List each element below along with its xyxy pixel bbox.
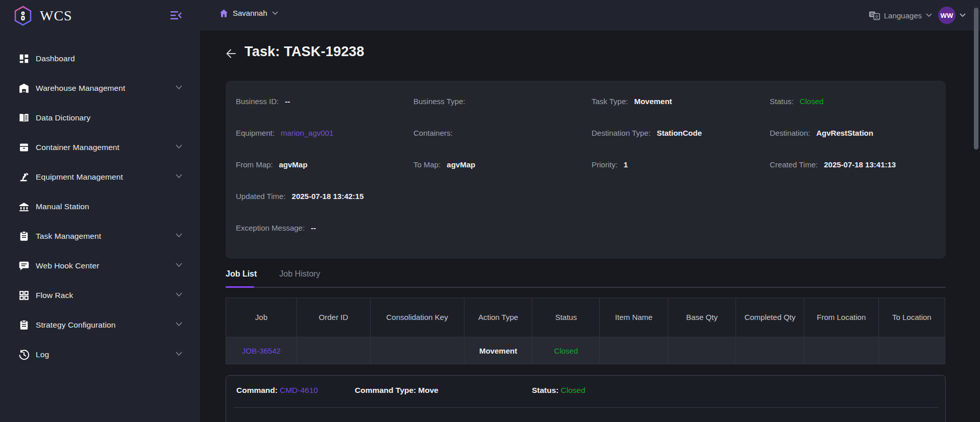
sidebar-item-warehouse-management[interactable]: Warehouse Management	[0, 73, 200, 103]
sidebar-item-strategy-configuration[interactable]: Strategy Configuration	[0, 310, 200, 340]
table-cell	[370, 337, 464, 364]
chevron-down-icon	[176, 322, 182, 327]
detail-field: Business Type:	[413, 97, 592, 106]
table-cell	[297, 337, 370, 364]
vertical-scrollbar-thumb[interactable]	[974, 8, 978, 150]
chevron-down-icon	[176, 144, 182, 149]
avatar-menu-chevron-down-icon[interactable]	[960, 13, 966, 17]
command-status-value: Closed	[561, 386, 585, 394]
command-label: Command:	[236, 386, 278, 394]
table-cell: Movement	[464, 337, 532, 364]
avatar[interactable]: WW	[938, 7, 955, 24]
sidebar-item-task-management[interactable]: Task Management	[0, 221, 200, 251]
chevron-down-icon	[176, 292, 182, 297]
history-icon	[18, 349, 30, 360]
table-cell: Closed	[532, 337, 600, 364]
sidebar-item-label: Dashboard	[36, 54, 75, 63]
sidebar-item-data-dictionary[interactable]: Data Dictionary	[0, 103, 200, 133]
sidebar-item-manual-station[interactable]: Manual Station	[0, 192, 200, 221]
back-button[interactable]	[225, 47, 238, 60]
detail-field-label: Status:	[770, 97, 794, 106]
detail-field-label: Priority:	[592, 160, 618, 169]
sidebar-item-flow-rack[interactable]: Flow Rack	[0, 281, 200, 310]
command-type-label: Command Type:	[355, 386, 416, 394]
detail-field-label: Equipment:	[236, 129, 275, 137]
book-icon	[18, 112, 30, 123]
page-title: Task: TASK-19238	[244, 44, 364, 60]
languages-button[interactable]: G 文 Languages	[869, 10, 932, 20]
chevron-down-icon	[176, 352, 182, 356]
command-panel: Command:CMD-4610 Command Type:Move Statu…	[226, 375, 946, 422]
detail-field-label: Exception Message:	[236, 224, 305, 232]
sidebar-item-label: Strategy Configuration	[36, 320, 115, 330]
column-header-consolidation-key: Consolidation Key	[370, 298, 464, 337]
detail-field-label: Destination Type:	[592, 129, 651, 137]
detail-field: From Map:agvMap	[236, 160, 413, 169]
detail-field: Equipment:marion_agv001	[236, 129, 413, 137]
sidebar-item-label: Warehouse Management	[36, 84, 125, 93]
tab-bar: Job ListJob History	[226, 267, 320, 287]
sidebar-item-container-management[interactable]: Container Management	[0, 133, 200, 162]
tab-active-indicator	[226, 286, 254, 288]
site-selector[interactable]: Savannah	[219, 9, 278, 17]
column-header-completed-qty: Completed Qty	[736, 298, 804, 337]
detail-field-value: Closed	[800, 97, 824, 106]
topbar: WCS Savannah G 文 Languages	[0, 0, 980, 31]
collapse-sidebar-icon[interactable]	[170, 11, 182, 20]
detail-field: Containers:	[413, 129, 592, 137]
detail-field-label: To Map:	[413, 160, 440, 169]
column-header-base-qty: Base Qty	[668, 298, 736, 337]
detail-field-value: AgvRestStation	[816, 129, 873, 137]
sidebar-item-label: Log	[36, 350, 49, 359]
table-cell	[878, 337, 945, 364]
detail-field: Business ID:--	[236, 97, 413, 106]
detail-field: Destination Type:StationCode	[592, 129, 770, 137]
app-logo-icon	[13, 6, 33, 26]
detail-field-value: 2025-07-18 13:41:13	[824, 160, 896, 169]
detail-field: Priority:1	[592, 160, 770, 169]
column-header-from-location: From Location	[804, 298, 878, 337]
detail-field-label: Destination:	[770, 129, 810, 137]
job-list-table: JobOrder IDConsolidation KeyAction TypeS…	[226, 297, 945, 364]
command-status-label: Status:	[532, 386, 559, 394]
chevron-down-icon	[176, 233, 182, 238]
chevron-down-icon	[926, 13, 932, 17]
robot-arm-icon	[18, 171, 30, 183]
detail-field-value: agvMap	[447, 160, 475, 169]
chat-icon	[18, 260, 30, 271]
command-type-value: Move	[418, 386, 438, 394]
sidebar-item-log[interactable]: Log	[0, 340, 200, 369]
column-header-status: Status	[532, 298, 600, 337]
detail-field-value: --	[311, 224, 316, 232]
command-status-field: Status:Closed	[532, 386, 585, 395]
detail-field-label: Updated Time:	[236, 192, 286, 201]
sidebar-item-dashboard[interactable]: Dashboard	[0, 44, 200, 73]
translate-icon: G 文	[869, 10, 880, 20]
dashboard-icon	[18, 53, 30, 64]
detail-field-label: Business Type:	[413, 97, 465, 106]
table-row: JOB-36542MovementClosed	[226, 337, 945, 364]
detail-field-value: 2025-07-18 13:42:15	[292, 192, 364, 201]
detail-field-label: Business ID:	[236, 97, 279, 106]
sidebar-item-label: Web Hook Center	[36, 261, 99, 270]
sidebar-item-web-hook-center[interactable]: Web Hook Center	[0, 251, 200, 281]
tab-job-history[interactable]: Job History	[279, 267, 320, 287]
detail-field-value: agvMap	[279, 160, 308, 169]
sidebar-item-label: Flow Rack	[36, 291, 73, 300]
command-id-link[interactable]: CMD-4610	[280, 386, 318, 394]
table-cell	[804, 337, 878, 364]
warehouse-icon	[18, 83, 30, 94]
detail-field: To Map:agvMap	[413, 160, 592, 169]
column-header-action-type: Action Type	[464, 298, 532, 337]
chevron-down-icon	[176, 85, 182, 90]
detail-field-label: Containers:	[413, 129, 453, 137]
detail-field-value: Movement	[634, 97, 672, 106]
container-icon	[18, 142, 30, 153]
chevron-down-icon	[176, 263, 182, 267]
detail-field-value[interactable]: marion_agv001	[281, 129, 333, 137]
tab-job-list[interactable]: Job List	[226, 267, 257, 287]
chevron-down-icon	[176, 174, 182, 179]
sidebar-item-equipment-management[interactable]: Equipment Management	[0, 162, 200, 192]
job-link[interactable]: JOB-36542	[226, 337, 297, 364]
clipboard-icon	[18, 231, 30, 242]
